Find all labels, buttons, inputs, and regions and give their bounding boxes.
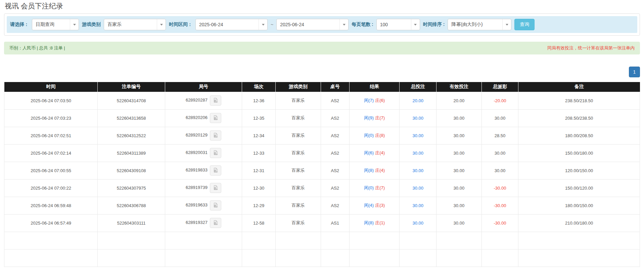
total-bet-link[interactable]: 30.00 (413, 221, 424, 226)
cell-time: 2025-06-24 07:03:50 (4, 92, 98, 109)
cell-valid-bet: 30.00 (436, 162, 481, 179)
cell-game-type: 百家乐 (276, 92, 321, 109)
game-category-value: 百家乐 (107, 22, 122, 28)
result-player: 闲(4) (364, 203, 374, 208)
cell-time: 2025-06-24 06:57:49 (4, 214, 98, 232)
cell-session: 12-58 (242, 214, 275, 232)
date-range-separator: ~ (271, 22, 273, 27)
video-replay-button[interactable] (210, 148, 221, 158)
summary-notice: 同局有效投注，统一计算在该局第一张注单内 (547, 45, 635, 51)
footer-empty-result (349, 232, 400, 249)
result-banker: 庄(3) (375, 203, 385, 208)
video-file-icon (213, 167, 218, 174)
total-bet-link[interactable]: 20.00 (413, 98, 424, 103)
page-button-1[interactable]: 1 (629, 67, 640, 77)
cell-total-bet: 30.00 (400, 127, 436, 144)
page-size-select[interactable]: 100 (376, 19, 420, 30)
video-replay-button[interactable] (210, 218, 221, 228)
total-bet-link[interactable]: 30.00 (413, 203, 424, 208)
cell-table-number: AS2 (321, 162, 349, 179)
footer-empty-session (242, 249, 275, 267)
footer-empty-result (349, 249, 400, 267)
table-row: 2025-06-24 07:03:50522604314708628920287… (4, 92, 640, 109)
video-replay-button[interactable] (210, 165, 221, 176)
column-header: 注单编号 (98, 82, 165, 92)
cell-table-number: AS2 (321, 127, 349, 144)
result-banker: 庄(7) (375, 115, 385, 120)
video-replay-button[interactable] (210, 183, 221, 193)
records-table: 时间注单编号局号场次游戏类别桌号结果总投注有效投注总派彩备注 2025-06-2… (4, 82, 640, 267)
cell-bet-id: 522604314708 (98, 92, 165, 109)
page-title: 视讯 会员下注纪录 (0, 0, 644, 10)
video-file-icon (213, 98, 218, 104)
column-header: 桌号 (321, 82, 349, 92)
time-range-label: 时间区间： (169, 22, 192, 28)
query-type-select[interactable]: 日期查询 (32, 19, 79, 30)
cell-round-id: 628920206 (165, 109, 242, 127)
video-file-icon (213, 185, 218, 191)
cell-bet-id: 522604311389 (98, 144, 165, 162)
round-id-text: 628920031 (186, 150, 208, 155)
header-row: 时间注单编号局号场次游戏类别桌号结果总投注有效投注总派彩备注 (4, 82, 640, 92)
chevron-down-icon (259, 19, 267, 30)
result-banker: 庄(1) (375, 220, 385, 225)
cell-note: 210.00/180.00 (518, 214, 640, 232)
video-replay-button[interactable] (210, 130, 221, 141)
cell-bet-id: 522604303111 (98, 214, 165, 232)
grand-total-row: 总计8230.00230.008.50 (4, 249, 640, 267)
round-id-text: 628920129 (186, 132, 208, 138)
result-player: 闲(0) (364, 185, 374, 190)
sort-order-select[interactable]: 降幂(由大到小) (448, 19, 511, 30)
footer-empty-table (321, 232, 349, 249)
round-id-text: 628919739 (186, 185, 208, 190)
round-id-text: 628919833 (186, 167, 208, 172)
video-replay-button[interactable] (210, 200, 221, 210)
cell-table-number: AS2 (321, 197, 349, 214)
summary-currency-count: 币别：人民币 | 总共 :8 注单 | (9, 45, 65, 51)
footer-total-bet: 230.00 (400, 249, 436, 267)
footer-empty-round (165, 249, 242, 267)
result-player: 闲(0) (364, 133, 374, 138)
column-header: 备注 (518, 82, 640, 92)
video-replay-button[interactable] (210, 113, 221, 123)
cell-total-bet: 30.00 (400, 144, 436, 162)
date-to-select[interactable]: 2025-06-24 (276, 19, 349, 30)
total-bet-link[interactable]: 30.00 (413, 133, 424, 138)
cell-valid-bet: 20.00 (436, 92, 481, 109)
cell-bet-id: 522604307975 (98, 179, 165, 197)
cell-note: 150.00/120.00 (518, 179, 640, 197)
footer-empty-session (242, 232, 275, 249)
result-banker: 庄(7) (375, 185, 385, 190)
date-from-select[interactable]: 2025-06-24 (195, 19, 268, 30)
table-row: 2025-06-24 06:59:48522604306788628919633… (4, 197, 640, 214)
query-type-value: 日期查询 (36, 22, 54, 28)
total-bet-link[interactable]: 30.00 (413, 151, 424, 156)
cell-time: 2025-06-24 07:02:14 (4, 144, 98, 162)
footer-valid-bet: 230.00 (436, 232, 481, 249)
chevron-down-icon (339, 19, 348, 30)
cell-note: 180.00/150.00 (518, 197, 640, 214)
cell-time: 2025-06-24 06:59:48 (4, 197, 98, 214)
cell-session: 12-35 (242, 109, 275, 127)
result-banker: 庄(4) (375, 168, 385, 173)
total-bet-link[interactable]: 30.00 (413, 186, 424, 191)
video-file-icon (213, 132, 218, 139)
total-bet-link[interactable]: 30.00 (413, 168, 424, 173)
column-header: 总派彩 (481, 82, 518, 92)
result-player: 闲(9) (364, 115, 374, 120)
cell-result: 闲(4)庄(3) (349, 197, 400, 214)
total-bet-link[interactable]: 30.00 (413, 116, 424, 121)
game-category-select[interactable]: 百家乐 (104, 19, 166, 30)
search-button[interactable]: 查询 (514, 19, 535, 30)
round-id-text: 628919327 (186, 220, 208, 225)
round-id-text: 628920206 (186, 115, 208, 120)
table-row: 2025-06-24 07:00:55522604309108628919833… (4, 162, 640, 179)
column-header: 场次 (242, 82, 275, 92)
video-replay-button[interactable] (210, 95, 221, 106)
footer-empty-game (276, 232, 321, 249)
cell-session: 12-36 (242, 92, 275, 109)
table-row: 2025-06-24 07:03:23522604313658628920206… (4, 109, 640, 127)
cell-game-type: 百家乐 (276, 162, 321, 179)
cell-game-type: 百家乐 (276, 197, 321, 214)
footer-empty-note (518, 232, 640, 249)
